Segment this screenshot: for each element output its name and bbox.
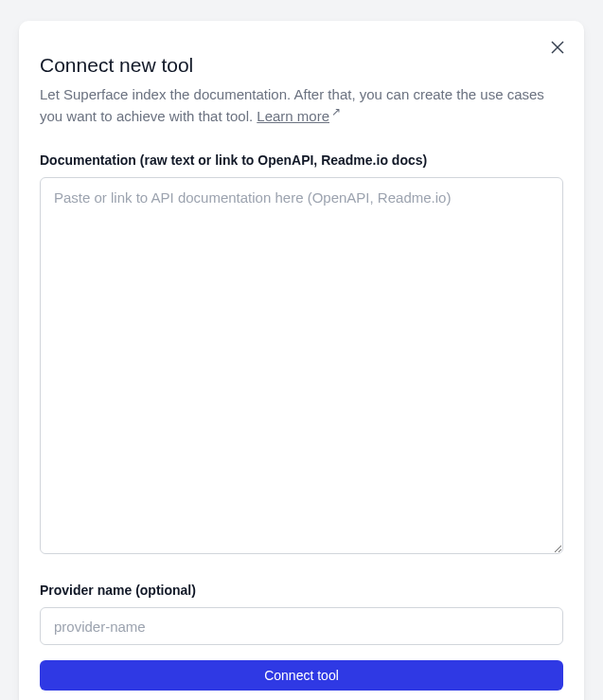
connect-tool-modal: Connect new tool Let Superface index the… bbox=[19, 21, 584, 700]
provider-input[interactable] bbox=[40, 607, 563, 645]
documentation-field-group: Documentation (raw text or link to OpenA… bbox=[40, 153, 563, 558]
provider-label: Provider name (optional) bbox=[40, 583, 563, 598]
learn-more-link[interactable]: Learn more bbox=[257, 108, 329, 124]
modal-title: Connect new tool bbox=[40, 54, 563, 77]
modal-description: Let Superface index the documentation. A… bbox=[40, 84, 563, 126]
connect-tool-button[interactable]: Connect tool bbox=[40, 660, 563, 691]
documentation-label: Documentation (raw text or link to OpenA… bbox=[40, 153, 563, 168]
external-link-icon: ↗ bbox=[331, 104, 341, 120]
documentation-input[interactable] bbox=[40, 177, 563, 554]
close-icon bbox=[551, 41, 564, 54]
provider-field-group: Provider name (optional) bbox=[40, 583, 563, 645]
close-button[interactable] bbox=[548, 38, 567, 57]
learn-more-label: Learn more bbox=[257, 108, 329, 124]
